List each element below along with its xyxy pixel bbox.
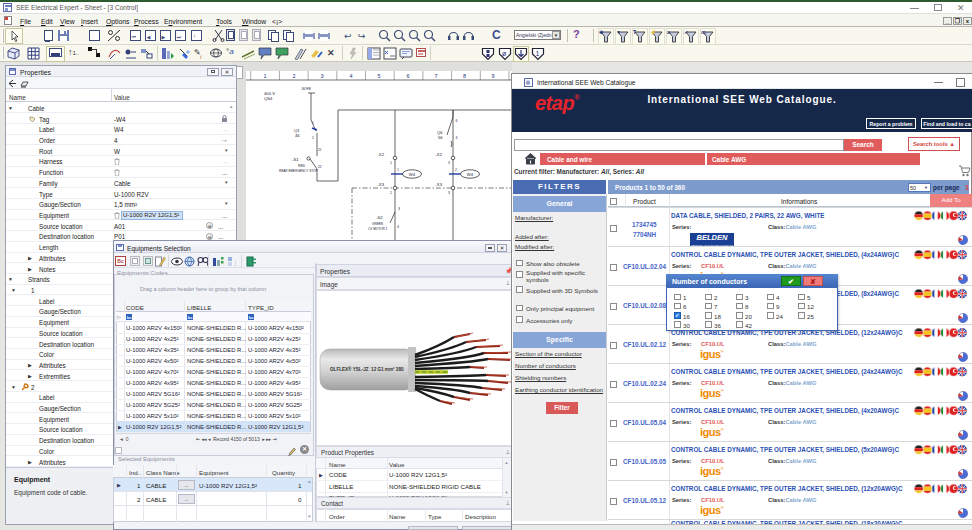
svg-text:W4: W4 [409, 172, 416, 177]
svg-text:CV MOTOR 1: CV MOTOR 1 [368, 227, 387, 231]
svg-text:6: 6 [456, 119, 458, 123]
svg-text:-X2: -X2 [377, 152, 384, 157]
svg-text:REAR EMERGENCY STOP: REAR EMERGENCY STOP [279, 169, 318, 173]
svg-text:-X3: -X3 [435, 182, 442, 187]
svg-text:46: 46 [295, 133, 300, 138]
svg-text:1: 1 [390, 191, 392, 195]
svg-text:i: i [200, 54, 202, 60]
svg-text:OLFLEX® YSL-JZ 12 G1 mm² 380: OLFLEX® YSL-JZ 12 G1 mm² 380 [330, 366, 404, 372]
svg-text:2: 2 [455, 168, 457, 172]
svg-text:2: 2 [292, 73, 295, 79]
svg-text:3: 3 [398, 207, 400, 211]
svg-text:1: 1 [397, 168, 399, 172]
svg-text:W4: W4 [467, 172, 474, 177]
svg-text:-S1: -S1 [292, 157, 299, 162]
svg-text:-S2: -S2 [376, 215, 383, 220]
svg-text:6: 6 [406, 73, 409, 79]
svg-text:8: 8 [463, 73, 466, 79]
svg-text:-X3: -X3 [377, 182, 384, 187]
svg-text:22: 22 [318, 165, 322, 169]
svg-text:2: 2 [312, 136, 314, 140]
svg-text:⋮: ⋮ [233, 260, 238, 266]
svg-text:3: 3 [448, 191, 450, 195]
svg-text:4: 4 [397, 225, 399, 229]
svg-text:21: 21 [318, 148, 322, 152]
svg-text:7: 7 [434, 73, 437, 79]
svg-text:9: 9 [491, 73, 494, 79]
svg-text:1: 1 [535, 50, 539, 57]
svg-text:QS4: QS4 [264, 96, 273, 101]
svg-text:3: 3 [448, 161, 450, 165]
svg-text:3: 3 [320, 73, 323, 79]
svg-text:ø: ø [502, 50, 507, 57]
svg-text:-NOFB: -NOFB [301, 87, 311, 91]
svg-text:5: 5 [377, 73, 380, 79]
svg-text:GREEN: GREEN [372, 222, 383, 226]
svg-text:1: 1 [312, 121, 314, 125]
svg-text:56: 56 [438, 135, 443, 140]
svg-text:4: 4 [349, 73, 352, 79]
svg-text:1: 1 [263, 73, 266, 79]
svg-text:1: 1 [390, 161, 392, 165]
svg-text:4: 4 [456, 136, 458, 140]
svg-text:-X2: -X2 [435, 152, 442, 157]
svg-text:RED: RED [298, 164, 306, 168]
